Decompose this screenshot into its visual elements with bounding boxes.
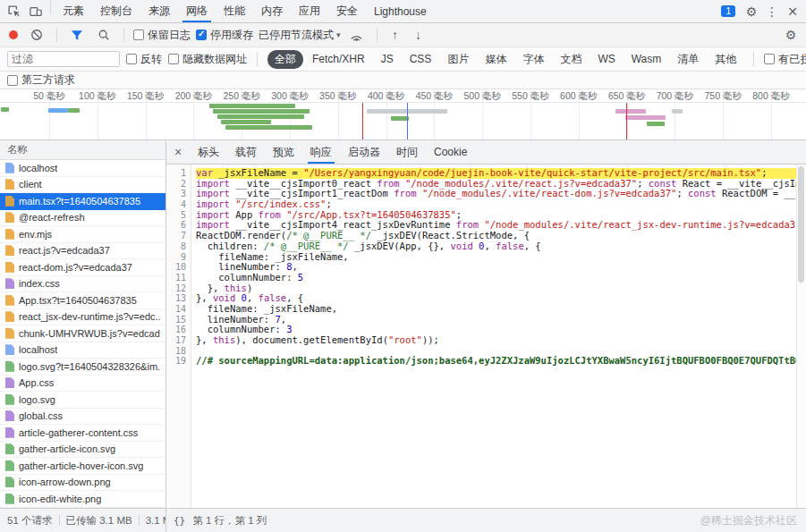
details-tab-启动器[interactable]: 启动器 <box>340 140 388 164</box>
invert-filter-checkbox[interactable]: 反转 <box>126 52 162 67</box>
details-tab-响应[interactable]: 响应 <box>302 140 340 164</box>
request-row[interactable]: logo.svg <box>0 392 165 409</box>
network-overview-timeline[interactable]: 50 毫秒100 毫秒150 毫秒200 毫秒250 毫秒300 毫秒350 毫… <box>0 89 806 140</box>
details-tab-Cookie[interactable]: Cookie <box>426 140 475 164</box>
disable-cache-checkbox[interactable]: 停用缓存 <box>196 28 253 43</box>
import-har-icon[interactable]: ↑ <box>386 28 404 42</box>
waterfall-bar <box>1 107 9 112</box>
filter-pill-清单[interactable]: 清单 <box>670 50 706 69</box>
file-icon-js <box>5 179 14 190</box>
format-code-button[interactable]: {} <box>174 515 185 527</box>
request-row[interactable]: env.mjs <box>0 226 165 243</box>
details-tab-标头[interactable]: 标头 <box>190 140 227 164</box>
code-token: "root" <box>388 334 422 345</box>
settings-gear-icon[interactable]: ⚙ <box>742 4 760 19</box>
code-token: __vite__cjsImport0_react <box>230 178 377 189</box>
request-row[interactable]: react.js?v=edcada37 <box>0 243 165 260</box>
inspect-element-icon[interactable] <box>4 0 25 22</box>
third-party-checkbox[interactable]: 第三方请求 <box>7 72 75 88</box>
clear-network-log-icon[interactable] <box>26 29 47 41</box>
code-line[interactable]: }, this), document.getElementById("root"… <box>196 335 806 346</box>
code-scrollbar-thumb[interactable] <box>798 166 804 283</box>
close-devtools-icon[interactable]: ✕ <box>784 4 802 19</box>
tab-内存[interactable]: 内存 <box>253 0 291 22</box>
chevron-down-icon: ▾ <box>336 30 341 39</box>
filter-pill-文档[interactable]: 文档 <box>553 50 589 69</box>
request-row[interactable]: icon-arrow-down.png <box>0 475 165 492</box>
filter-pill-WS[interactable]: WS <box>590 51 622 67</box>
code-token: "/src/index.css" <box>235 198 326 209</box>
code-token: const <box>688 188 717 198</box>
waterfall-bar <box>68 108 80 113</box>
request-row[interactable]: localhost <box>0 342 165 359</box>
tab-网络[interactable]: 网络 <box>178 0 216 22</box>
request-row[interactable]: article-gatherer-content.css <box>0 425 165 442</box>
line-number: 18 <box>166 346 191 357</box>
request-row[interactable]: chunk-UMHVRWUB.js?v=edcad <box>0 325 165 342</box>
code-line[interactable]: fileName: _jsxFileName, <box>196 304 806 315</box>
record-network-log-button[interactable] <box>9 30 18 39</box>
file-icon-img <box>5 477 14 487</box>
code-line[interactable]: //# sourceMappingURL=data:application/js… <box>196 356 806 367</box>
throttling-dropdown[interactable]: 已停用节流模式 ▾ <box>259 28 341 43</box>
details-tab-预览[interactable]: 预览 <box>265 140 302 164</box>
tab-性能[interactable]: 性能 <box>216 0 253 22</box>
close-details-icon[interactable]: × <box>166 140 190 164</box>
request-row[interactable]: @react-refresh <box>0 210 165 227</box>
timeline-label: 600 毫秒 <box>560 90 597 103</box>
request-list-header[interactable]: 名称 <box>0 140 165 160</box>
tab-Lighthouse[interactable]: Lighthouse <box>366 0 435 22</box>
preserve-log-checkbox-box[interactable] <box>133 30 144 40</box>
request-row[interactable]: gather-article-hover-icon.svg <box>0 458 165 475</box>
request-row[interactable]: main.tsx?t=1640504637835 <box>0 193 165 210</box>
code-line[interactable]: columnNumber: 5 <box>196 273 806 283</box>
request-row[interactable]: icon-edit-white.png <box>0 491 165 508</box>
request-row[interactable]: localhost <box>0 160 165 177</box>
filter-pill-Fetch/XHR[interactable]: Fetch/XHR <box>305 51 372 67</box>
code-scrollbar[interactable] <box>796 165 806 508</box>
blocked-cookies-checkbox[interactable]: 有已拦截的 Cookie <box>764 52 806 67</box>
tab-安全[interactable]: 安全 <box>328 0 366 22</box>
filter-pill-图片[interactable]: 图片 <box>440 50 476 69</box>
filter-pill-媒体[interactable]: 媒体 <box>478 50 513 69</box>
filter-input[interactable] <box>7 51 120 67</box>
request-row[interactable]: react_jsx-dev-runtime.js?v=edc... <box>0 309 165 326</box>
issues-counter-badge[interactable]: 1 <box>721 5 735 17</box>
request-row[interactable]: client <box>0 177 165 194</box>
device-toolbar-icon[interactable] <box>25 0 47 22</box>
network-settings-gear-icon[interactable]: ⚙ <box>782 28 800 42</box>
filter-funnel-icon[interactable] <box>66 30 88 41</box>
tab-来源[interactable]: 来源 <box>140 0 178 22</box>
filter-pill-字体[interactable]: 字体 <box>515 50 551 69</box>
tab-控制台[interactable]: 控制台 <box>92 0 140 22</box>
third-party-checkbox-box[interactable] <box>7 75 18 86</box>
more-menu-icon[interactable]: ⋮ <box>763 4 781 19</box>
search-icon[interactable] <box>93 29 115 41</box>
request-row[interactable]: global.css <box>0 409 165 426</box>
request-row[interactable]: index.css <box>0 276 165 293</box>
hide-data-urls-checkbox[interactable]: 隐藏数据网址 <box>168 52 247 67</box>
blocked-cookies-checkbox-box[interactable] <box>764 54 775 64</box>
filter-pill-JS[interactable]: JS <box>374 51 401 67</box>
preserve-log-checkbox[interactable]: 保留日志 <box>133 28 191 43</box>
details-tab-时间[interactable]: 时间 <box>388 140 426 164</box>
disable-cache-checkbox-box[interactable] <box>196 30 207 40</box>
filter-pill-全部[interactable]: 全部 <box>267 50 303 69</box>
tab-应用[interactable]: 应用 <box>291 0 328 22</box>
hide-data-urls-checkbox-box[interactable] <box>168 54 179 64</box>
details-tab-载荷[interactable]: 载荷 <box>227 140 265 164</box>
request-row[interactable]: logo.svg?t=1640504328326&im... <box>0 359 165 376</box>
network-conditions-icon[interactable] <box>346 30 368 41</box>
tab-元素[interactable]: 元素 <box>55 0 92 22</box>
request-row[interactable]: gather-article-icon.svg <box>0 442 165 459</box>
filter-pill-CSS[interactable]: CSS <box>403 51 439 67</box>
code-token: void <box>213 292 235 303</box>
request-name: chunk-UMHVRWUB.js?v=edcad <box>19 328 160 339</box>
filter-pill-Wasm[interactable]: Wasm <box>624 51 669 67</box>
invert-checkbox-box[interactable] <box>126 54 137 64</box>
filter-pill-其他[interactable]: 其他 <box>708 50 743 69</box>
export-har-icon[interactable]: ↓ <box>410 28 428 42</box>
request-row[interactable]: App.css <box>0 376 165 393</box>
request-row[interactable]: react-dom.js?v=edcada37 <box>0 259 165 276</box>
request-row[interactable]: App.tsx?t=1640504637835 <box>0 292 165 309</box>
